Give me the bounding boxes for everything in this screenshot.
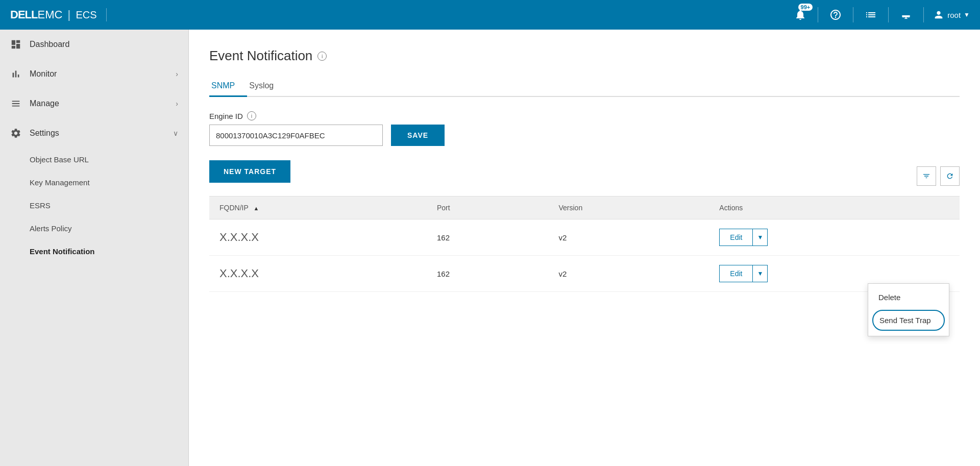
settings-label: Settings — [30, 129, 165, 138]
table-row: X.X.X.X 162 v2 Edit ▼ — [209, 219, 960, 256]
page-title: Event Notification i — [209, 48, 960, 64]
tab-snmp[interactable]: SNMP — [209, 76, 247, 97]
dropdown-send-test-trap-item[interactable]: Send Test Trap — [872, 310, 945, 331]
top-navigation: DELLEMC | ECS 99+ root ▼ — [0, 0, 980, 30]
sidebar: Dashboard Monitor › Manage › Settings ∨ … — [0, 30, 189, 466]
dropdown-arrow-btn-1[interactable]: ▼ — [752, 229, 768, 246]
col-header-actions: Actions — [709, 197, 960, 219]
manage-icon — [10, 98, 21, 109]
version-cell-1: v2 — [548, 219, 709, 256]
edit-button-2[interactable]: Edit — [719, 265, 752, 282]
main-content: Event Notification i SNMP Syslog Engine … — [189, 30, 980, 466]
brand-separator: | — [67, 8, 70, 21]
tasks-button[interactable] — [863, 7, 879, 23]
nav-divider-2 — [853, 7, 853, 22]
dropdown-delete-item[interactable]: Delete — [868, 287, 949, 308]
page-title-info-icon[interactable]: i — [317, 52, 327, 61]
user-chevron-icon: ▼ — [964, 11, 970, 18]
edit-button-1[interactable]: Edit — [719, 229, 752, 246]
refresh-icon — [946, 172, 954, 180]
dropdown-arrow-btn-2[interactable]: ▼ — [752, 265, 768, 282]
user-menu[interactable]: root ▼ — [933, 9, 970, 20]
actions-cell-1: Edit ▼ — [709, 219, 960, 256]
sidebar-item-settings[interactable]: Settings ∨ — [0, 118, 188, 148]
monitor-sidebar-icon — [10, 68, 21, 80]
monitor-label: Monitor — [30, 69, 167, 79]
table-toolbar — [917, 166, 960, 186]
actions-cell-2: Edit ▼ Delete Send Test Trap — [709, 256, 960, 292]
tab-bar: SNMP Syslog — [209, 76, 960, 97]
tasks-icon — [865, 9, 877, 21]
dashboard-icon — [10, 39, 21, 50]
dropdown-arrow-icon-2: ▼ — [757, 270, 763, 277]
monitor-button[interactable] — [898, 7, 914, 23]
col-header-port: Port — [427, 197, 549, 219]
new-target-button[interactable]: NEW TARGET — [209, 160, 290, 183]
port-cell-2: 162 — [427, 256, 549, 292]
monitor-chevron-icon: › — [176, 70, 178, 78]
dropdown-arrow-icon-1: ▼ — [757, 234, 763, 241]
brand-dell: DELLEMC — [10, 8, 62, 21]
brand-product: ECS — [76, 9, 97, 21]
version-cell-2: v2 — [548, 256, 709, 292]
manage-label: Manage — [30, 99, 167, 108]
nav-divider-3 — [888, 7, 889, 22]
sidebar-sub-item-key-management[interactable]: Key Management — [0, 171, 188, 194]
col-header-version: Version — [548, 197, 709, 219]
engine-id-label: Engine ID i — [209, 111, 960, 120]
settings-icon — [10, 128, 21, 139]
sidebar-item-manage[interactable]: Manage › — [0, 89, 188, 118]
save-button[interactable]: SAVE — [391, 125, 445, 146]
sidebar-item-dashboard[interactable]: Dashboard — [0, 30, 188, 59]
sidebar-sub-item-event-notification[interactable]: Event Notification — [0, 240, 188, 263]
help-icon — [829, 9, 842, 21]
col-header-fqdn[interactable]: FQDN/IP ▲ — [209, 197, 427, 219]
topnav-actions: 99+ root ▼ — [792, 7, 970, 23]
manage-chevron-icon: › — [176, 100, 178, 108]
sidebar-item-monitor[interactable]: Monitor › — [0, 59, 188, 89]
refresh-button[interactable] — [940, 166, 960, 186]
sidebar-sub-item-object-base-url[interactable]: Object Base URL — [0, 148, 188, 171]
port-cell-1: 162 — [427, 219, 549, 256]
fqdn-cell-2: X.X.X.X — [209, 256, 427, 292]
nav-divider-1 — [818, 7, 818, 22]
engine-id-info-icon[interactable]: i — [247, 111, 256, 120]
sidebar-sub-item-esrs[interactable]: ESRS — [0, 194, 188, 217]
table-row: X.X.X.X 162 v2 Edit ▼ Delete Send — [209, 256, 960, 292]
notification-badge: 99+ — [798, 4, 813, 11]
user-icon — [933, 9, 944, 20]
notifications-button[interactable]: 99+ — [792, 7, 808, 23]
monitor-nav-icon — [900, 9, 912, 21]
sort-arrow-fqdn: ▲ — [253, 205, 259, 211]
new-target-toolbar-row: NEW TARGET — [209, 160, 960, 192]
engine-id-section: Engine ID i SAVE — [209, 111, 960, 146]
settings-chevron-icon: ∨ — [173, 129, 178, 137]
brand-logo: DELLEMC | ECS — [10, 8, 107, 21]
action-dropdown-menu: Delete Send Test Trap — [868, 283, 949, 336]
action-btn-group-2: Edit ▼ Delete Send Test Trap — [719, 265, 949, 282]
sidebar-sub-item-alerts-policy[interactable]: Alerts Policy — [0, 217, 188, 240]
user-name: root — [947, 11, 961, 19]
nav-divider-4 — [923, 7, 924, 22]
tab-syslog[interactable]: Syslog — [247, 76, 286, 97]
dashboard-label: Dashboard — [30, 40, 178, 49]
help-button[interactable] — [827, 7, 844, 23]
fqdn-cell-1: X.X.X.X — [209, 219, 427, 256]
snmp-table: FQDN/IP ▲ Port Version Actions — [209, 196, 960, 292]
filter-button[interactable] — [917, 166, 936, 186]
engine-id-input[interactable] — [209, 125, 383, 146]
main-layout: Dashboard Monitor › Manage › Settings ∨ … — [0, 30, 980, 466]
action-btn-group-1: Edit ▼ — [719, 229, 949, 246]
filter-icon — [922, 172, 930, 180]
engine-id-row: SAVE — [209, 125, 960, 146]
